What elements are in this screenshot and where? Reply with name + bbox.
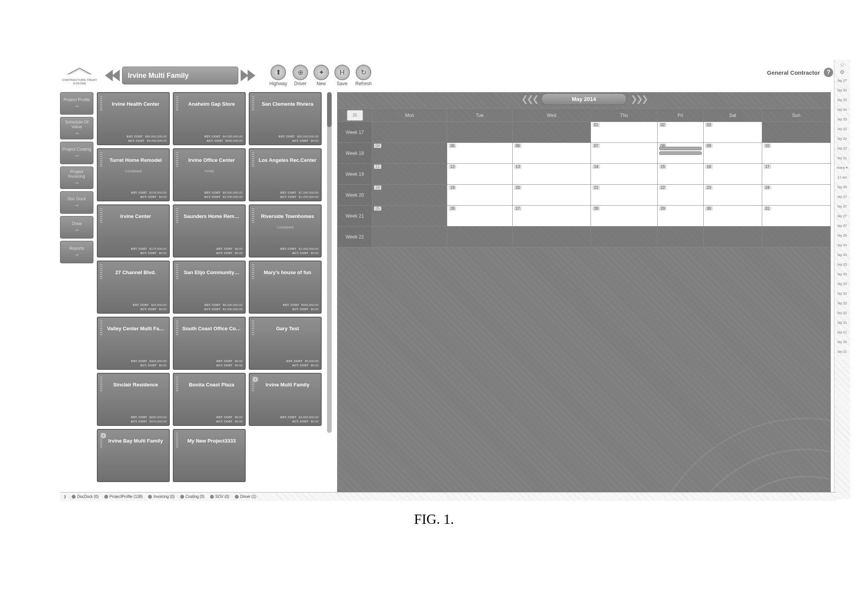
calendar-cell[interactable]: 19 <box>447 185 512 206</box>
right-strip-item[interactable]: lay 24 <box>837 105 847 114</box>
status-item[interactable]: DocDock (0) <box>72 494 99 499</box>
calendar-month-label[interactable]: May 2014 <box>541 93 627 105</box>
right-strip-item[interactable]: lay 25 <box>837 96 847 104</box>
project-card[interactable]: Bonita Coast Plaza EST. COST$0.00 ACT. C… <box>173 373 246 426</box>
gear-icon[interactable]: ⚙ <box>840 69 845 75</box>
sidebar-item-reports[interactable]: Reports→ <box>60 241 93 263</box>
calendar-cell[interactable]: 20 <box>512 185 591 206</box>
status-item[interactable]: Costing (0) <box>180 494 205 499</box>
right-strip-item[interactable]: lay 21 <box>837 318 847 327</box>
calendar-cell[interactable] <box>703 227 762 247</box>
project-next-button[interactable] <box>238 67 258 84</box>
calendar-cell[interactable] <box>512 122 591 143</box>
project-card[interactable]: South Coast Office Co… EST. COST$0.00 AC… <box>173 317 246 370</box>
project-card[interactable]: Anaheim Gap Store EST. COST$4,050,000.00… <box>173 92 246 145</box>
calendar-cell[interactable]: 05 <box>447 143 512 164</box>
calendar-cell[interactable]: 07 <box>591 143 657 164</box>
sidebar-item-draw[interactable]: Draw→ <box>60 216 93 239</box>
expand-icon[interactable]: ⟫ <box>64 494 66 499</box>
right-strip-item[interactable]: lay 28 <box>837 183 847 191</box>
calendar-cell[interactable]: 09 <box>703 143 762 164</box>
right-strip-item[interactable]: lay 22 <box>837 134 847 143</box>
calendar-cell[interactable]: 03 <box>703 122 762 143</box>
project-card[interactable]: Valley Center Multi Fa… EST. COST$400,00… <box>97 317 170 370</box>
calendar-cell[interactable]: 24 <box>762 185 830 206</box>
right-strip-item[interactable]: lay 23 <box>837 260 847 269</box>
right-strip-item[interactable]: lay 20 <box>837 86 847 94</box>
date-picker-icon[interactable]: 20 <box>346 110 363 121</box>
project-card[interactable]: Irvine Health Center EST. COST$88,800,00… <box>97 92 170 145</box>
calendar-cell[interactable] <box>591 227 657 247</box>
calendar-cell[interactable]: 30 <box>703 206 762 227</box>
right-strip-item[interactable]: lay 27 <box>837 202 847 211</box>
sidebar-item-schedule-of-value[interactable]: Schedule Of Value→ <box>60 117 93 139</box>
calendar-cell[interactable]: 01 <box>591 122 657 143</box>
calendar-cell[interactable] <box>372 122 447 143</box>
calendar-cell[interactable]: 29 <box>657 206 703 227</box>
calendar-cell[interactable]: 12 <box>447 164 512 185</box>
status-item[interactable]: SOV (0) <box>210 494 229 499</box>
project-prev-button[interactable] <box>103 67 122 84</box>
calendar-cell[interactable]: 27 <box>512 206 591 227</box>
sidebar-item-project-invoicing[interactable]: Project Invoicing→ <box>60 166 93 189</box>
project-card[interactable]: Los Angeles Rec.Center EST. COST$7,350,0… <box>249 148 322 201</box>
calendar-cell[interactable] <box>762 122 830 143</box>
project-card[interactable]: San Clemente Riviera EST. COST$20,000,00… <box>249 92 322 145</box>
right-strip-item[interactable]: lay 22 <box>837 299 847 307</box>
project-card[interactable]: Irvine Center EST. COST$175,000.00 ACT. … <box>97 204 170 257</box>
right-strip-item[interactable]: lay 22 <box>837 289 847 298</box>
help-icon[interactable]: ? <box>824 68 833 77</box>
calendar-cell[interactable]: 02 <box>657 122 703 143</box>
calendar-cell[interactable]: 15 <box>657 164 703 185</box>
calendar-cell[interactable] <box>447 122 512 143</box>
calendar-cell[interactable]: 17 <box>762 164 830 185</box>
right-strip-item[interactable]: lay 27 <box>837 76 847 85</box>
right-strip-item[interactable]: lay 23 <box>837 270 847 278</box>
right-strip-item[interactable]: many ▾ <box>837 163 848 172</box>
right-strip-item[interactable]: lay 23 <box>837 115 847 124</box>
project-card[interactable]: Mary's house of fun EST. COST$600,000.00… <box>249 261 322 314</box>
right-strip-item[interactable]: lay 22 <box>837 125 847 133</box>
calendar-event[interactable] <box>659 147 702 150</box>
calendar-next-button[interactable]: ❯❯❯ <box>630 94 647 104</box>
sidebar-item-project-profile[interactable]: Project Profile→ <box>60 92 93 115</box>
calendar-cell[interactable] <box>447 227 512 247</box>
driver-button[interactable]: ⊕Driver <box>293 65 308 86</box>
calendar-event[interactable] <box>659 151 702 155</box>
calendar-prev-button[interactable]: ❮❮❮ <box>521 94 537 104</box>
calendar-cell[interactable] <box>372 227 447 247</box>
right-strip-item[interactable]: lay 21 <box>837 347 847 356</box>
save-button[interactable]: HSave <box>334 65 350 86</box>
calendar-cell[interactable]: 22 <box>657 185 703 206</box>
calendar-cell[interactable]: 21 <box>591 185 657 206</box>
project-title-pill[interactable]: Irvine Multi Family <box>122 67 238 84</box>
calendar-cell[interactable]: 11 <box>372 164 447 185</box>
calendar-cell[interactable]: 04 <box>372 143 447 164</box>
sidebar-item-doc-dock[interactable]: Doc Dock→ <box>60 191 93 214</box>
right-strip-item[interactable]: lay 27 <box>837 192 847 201</box>
status-item[interactable]: Driver (1) <box>235 494 257 499</box>
calendar-cell[interactable]: 23 <box>703 185 762 206</box>
right-strip-item[interactable]: lay 24 <box>837 251 847 259</box>
project-card[interactable]: i Irvine Multi Family EST. COST$4,000,00… <box>249 373 322 426</box>
calendar-cell[interactable]: 26 <box>447 206 512 227</box>
right-strip-item[interactable]: lay 25 <box>837 338 847 346</box>
right-strip-item[interactable]: lay 24 <box>837 241 847 249</box>
calendar-cell[interactable] <box>657 227 703 247</box>
calendar-cell[interactable]: 31 <box>762 206 830 227</box>
project-card[interactable]: San Elijo Community… EST. COST$6,000,000… <box>173 261 246 314</box>
calendar-cell[interactable]: 14 <box>591 164 657 185</box>
calendar-cell[interactable] <box>762 227 830 247</box>
right-strip-item[interactable]: lay 23 <box>837 280 847 288</box>
status-item[interactable]: ProjectProfile (138) <box>104 494 143 499</box>
right-strip-item[interactable]: 11 am <box>837 173 847 182</box>
status-item[interactable]: Invoicing (0) <box>148 494 174 499</box>
calendar-cell[interactable]: 18 <box>372 185 447 206</box>
project-card[interactable]: Turret Home Remodel Completed EST. COST$… <box>97 148 170 201</box>
star-icon[interactable]: ☆ <box>840 62 845 68</box>
calendar-cell[interactable] <box>512 227 591 247</box>
project-card[interactable]: Riverside Townhomes Completed EST. COST$… <box>249 204 322 257</box>
calendar-cell[interactable]: 10 <box>762 143 830 164</box>
right-strip-item[interactable]: lay 21 <box>837 328 847 336</box>
refresh-button[interactable]: ↻Refresh <box>355 65 372 86</box>
